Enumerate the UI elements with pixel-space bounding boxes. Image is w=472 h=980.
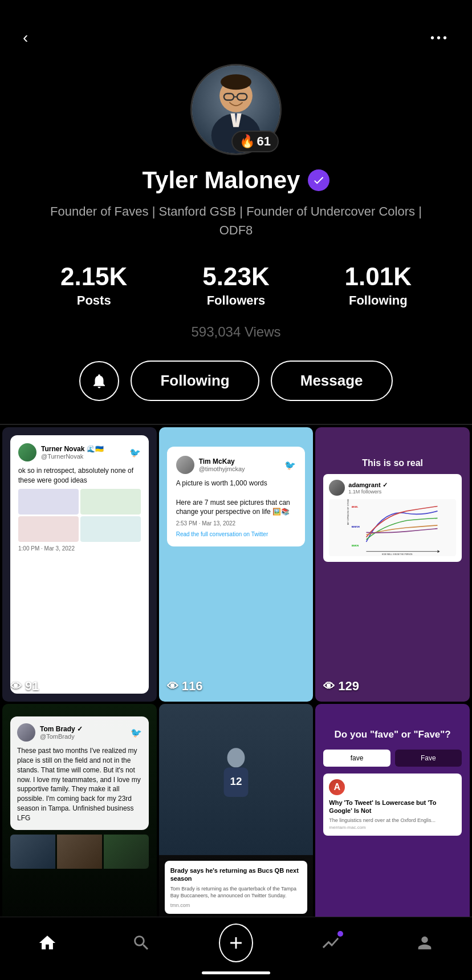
search-icon bbox=[132, 933, 151, 953]
streak-badge: 🔥 61 bbox=[231, 131, 279, 152]
verified-badge bbox=[308, 169, 329, 191]
view-number: 129 bbox=[338, 679, 359, 694]
eye-icon: 👁 bbox=[10, 680, 22, 693]
tweet-username: Tom Brady ✓ bbox=[40, 725, 83, 733]
tweet-image bbox=[80, 489, 141, 515]
tweet-avatar bbox=[176, 456, 194, 474]
profile-bio: Founder of Faves | Stanford GSB | Founde… bbox=[23, 202, 449, 240]
twitter-icon: 🐦 bbox=[284, 460, 296, 471]
svg-text:DEMON: DEMON bbox=[352, 545, 359, 547]
svg-point-5 bbox=[221, 74, 251, 90]
brady-silhouette: 12 bbox=[207, 746, 265, 814]
views-count: 593,034 Views bbox=[191, 324, 280, 339]
message-button[interactable]: Message bbox=[271, 361, 393, 401]
views-row: 593,034 Views bbox=[0, 324, 472, 340]
view-number: 116 bbox=[182, 679, 203, 694]
tweet-header: Tom Brady ✓ @TomBrady 🐦 bbox=[17, 723, 142, 742]
streak-emoji: 🔥 bbox=[239, 134, 255, 149]
fave-option-lowercase: fave bbox=[323, 750, 390, 767]
brady-photos bbox=[10, 835, 149, 869]
tweet-username: Turner Novak 🌊🇺🇦 bbox=[41, 445, 104, 453]
tweet-header: Tim McKay @timothyjmckay 🐦 bbox=[176, 456, 296, 474]
relationship-graph: MY OPINION OF OTHER PEOPLE ANGEL MENTOR … bbox=[329, 499, 456, 556]
fave-article-card: A Why 'To Tweet' Is Lowercase but 'To Go… bbox=[323, 774, 462, 836]
posts-label: Posts bbox=[23, 293, 165, 308]
brady-photo bbox=[104, 835, 149, 869]
tweet-user-info: Tom Brady ✓ @TomBrady bbox=[40, 725, 83, 740]
followers-label: Followers bbox=[165, 293, 307, 308]
nav-profile[interactable] bbox=[408, 929, 442, 957]
nav-activity[interactable] bbox=[314, 929, 348, 957]
more-button[interactable]: ••• bbox=[430, 31, 449, 44]
stat-following: 1.01K Following bbox=[307, 262, 449, 308]
avatar-wrapper: 🔥 61 bbox=[190, 64, 282, 155]
svg-text:12: 12 bbox=[230, 775, 242, 787]
view-number: 91 bbox=[25, 679, 39, 694]
twitter-icon: 🐦 bbox=[131, 727, 142, 738]
tweet-user-info: Turner Novak 🌊🇺🇦 @TurnerNovak bbox=[41, 445, 104, 460]
tweet-text: These past two months I've realized my p… bbox=[17, 746, 142, 823]
profile-icon bbox=[415, 933, 434, 953]
author-header: adamgrant ✓ 1.1M followers bbox=[329, 480, 456, 496]
svg-text:ANGEL: ANGEL bbox=[352, 506, 359, 508]
following-label: Following bbox=[307, 293, 449, 308]
list-item[interactable]: Turner Novak 🌊🇺🇦 @TurnerNovak 🐦 ok so in… bbox=[2, 427, 157, 702]
graph-area: MY OPINION OF OTHER PEOPLE ANGEL MENTOR … bbox=[329, 499, 456, 556]
notification-button[interactable] bbox=[79, 361, 119, 401]
blue-tweet-card: Tim McKay @timothyjmckay 🐦 A picture is … bbox=[167, 447, 306, 546]
tweet-user-info: Tim McKay @timothyjmckay bbox=[199, 457, 245, 472]
twitter-icon: 🐦 bbox=[129, 447, 141, 458]
bottom-nav bbox=[0, 917, 472, 980]
following-count: 1.01K bbox=[307, 262, 449, 291]
tweet-timestamp: 2:53 PM · Mar 13, 2022 bbox=[176, 520, 296, 527]
streak-count: 61 bbox=[257, 134, 271, 149]
news-card-content: Brady says he's returning as Bucs QB nex… bbox=[159, 855, 314, 920]
nav-create[interactable] bbox=[219, 929, 253, 957]
fave-options: fave Fave bbox=[323, 750, 462, 767]
view-count: 👁 129 bbox=[323, 679, 359, 694]
nav-home[interactable] bbox=[30, 929, 64, 957]
tweet-card: Turner Novak 🌊🇺🇦 @TurnerNovak 🐦 ok so in… bbox=[10, 435, 149, 694]
eye-icon: 👁 bbox=[323, 680, 335, 693]
avatar-section: 🔥 61 bbox=[0, 64, 472, 155]
content-grid: Turner Novak 🌊🇺🇦 @TurnerNovak 🐦 ok so in… bbox=[0, 425, 472, 980]
tweet-image bbox=[18, 516, 79, 542]
posts-count: 2.15K bbox=[23, 262, 165, 291]
article-subtitle: The linguistics nerd over at the Oxford … bbox=[329, 817, 456, 823]
author-avatar bbox=[329, 480, 345, 496]
brady-photo bbox=[10, 835, 55, 869]
nav-search[interactable] bbox=[124, 929, 158, 957]
eye-icon: 👁 bbox=[167, 680, 178, 693]
back-button[interactable]: ‹ bbox=[23, 29, 28, 47]
tweet-text: A picture is worth 1,000 wordsHere are 7… bbox=[176, 479, 296, 517]
post-card-dark: Turner Novak 🌊🇺🇦 @TurnerNovak 🐦 ok so in… bbox=[2, 427, 157, 702]
tweet-handle: @TurnerNovak bbox=[41, 453, 104, 460]
article-title: Why 'To Tweet' Is Lowercase but 'To Goog… bbox=[329, 799, 456, 815]
fave-title: Do you "fave" or "Fave"? bbox=[323, 729, 462, 740]
fave-option-uppercase: Fave bbox=[395, 750, 462, 767]
profile-info: Tyler Maloney Founder of Faves | Stanfor… bbox=[0, 155, 472, 240]
bell-icon bbox=[91, 372, 108, 390]
news-source: tmn.com bbox=[170, 902, 302, 908]
author-followers: 1.1M followers bbox=[348, 489, 387, 495]
header: ‹ ••• bbox=[0, 0, 472, 58]
action-buttons: Following Message bbox=[0, 361, 472, 424]
tweet-text: ok so in retrospect, absolutely none of … bbox=[18, 466, 141, 485]
tweet-header: Turner Novak 🌊🇺🇦 @TurnerNovak 🐦 bbox=[18, 443, 141, 461]
tweet-image bbox=[18, 489, 79, 515]
caption-text: This is so real bbox=[323, 458, 462, 468]
following-button[interactable]: Following bbox=[131, 361, 259, 401]
add-button[interactable] bbox=[219, 924, 253, 962]
plus-icon bbox=[226, 933, 246, 953]
article-source: merriam-mac.com bbox=[329, 825, 456, 830]
post-card-purple: This is so real adamgrant ✓ 1.1M followe… bbox=[315, 427, 470, 702]
tweet-timestamp: 1:00 PM · Mar 3, 2022 bbox=[18, 545, 141, 552]
svg-text:MY OPINION OF OTHER PEOPLE: MY OPINION OF OTHER PEOPLE bbox=[347, 499, 349, 525]
post-card-blue: Tim McKay @timothyjmckay 🐦 A picture is … bbox=[159, 427, 314, 702]
list-item[interactable]: Tim McKay @timothyjmckay 🐦 A picture is … bbox=[159, 427, 314, 702]
view-count: 👁 116 bbox=[167, 679, 203, 694]
home-indicator bbox=[202, 971, 270, 974]
list-item[interactable]: This is so real adamgrant ✓ 1.1M followe… bbox=[315, 427, 470, 702]
author-info: adamgrant ✓ 1.1M followers bbox=[348, 481, 387, 495]
svg-point-17 bbox=[227, 748, 245, 767]
